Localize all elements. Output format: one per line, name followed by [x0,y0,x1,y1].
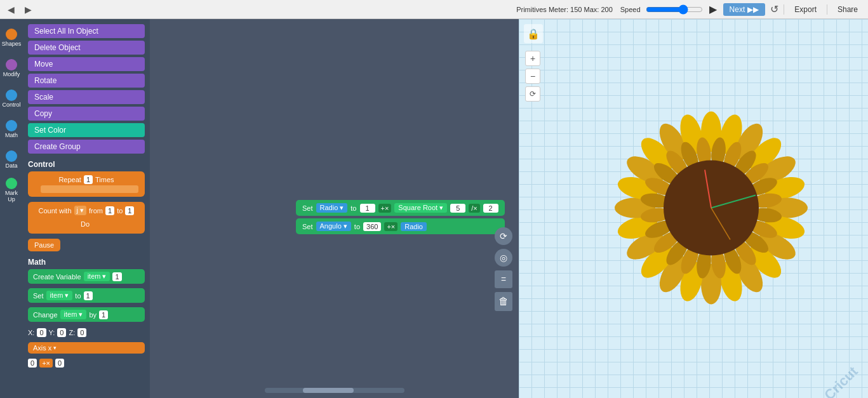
change-var-block: Change item ▾ by 1 [28,307,145,322]
radio-op[interactable]: +× [378,204,392,213]
lock-icon: 🔒 [527,28,540,40]
times-label: Times [95,176,114,183]
set-label: Set [33,292,44,300]
create-var-label: Create Variable [33,273,81,281]
sidebar-item-modify[interactable]: Modify [2,55,21,83]
math-icon [6,120,17,131]
shapes-icon [6,29,17,40]
zoom-in-button[interactable]: + [525,51,540,66]
from-label: from [89,207,103,215]
to-label2: to [354,223,360,230]
right-controls: ⟳ ◎ = 🗑 [495,227,512,311]
sidebar-item-control[interactable]: Control [2,85,21,113]
forward-button[interactable]: ▶ [22,3,34,16]
radio-var[interactable]: Radio ▾ [316,203,348,213]
set-label2: Set [302,223,313,230]
bottom-num2[interactable]: 0 [55,359,64,368]
set-radio-block: Set Radio ▾ to 1 +× Square Root ▾ 5 /× 2 [296,200,505,216]
change-var-badge[interactable]: item ▾ [60,310,87,319]
zoom-rotate-button[interactable]: ⟳ [525,86,540,102]
rotate-button[interactable]: Rotate [28,74,145,88]
back-button[interactable]: ◀ [5,3,17,16]
main-content: Shapes Modify Control Math Data Mark Up … [0,19,868,398]
bottom-num-row: 0 +× 0 [28,359,145,368]
sidebar-item-math[interactable]: Math [2,116,21,143]
axis-button[interactable]: Axis x ▾ [28,342,145,354]
divider2 [827,4,827,15]
angulo-val[interactable]: 360 [363,222,381,231]
data-label: Data [5,163,17,169]
pause-block[interactable]: Pause [28,239,60,251]
axis-label: Axis x [33,344,51,352]
divider1 [784,4,784,15]
sidebar-item-shapes[interactable]: Shapes [2,24,21,52]
share-button[interactable]: Share [832,3,863,16]
set-to-label: to [75,292,81,300]
angulo-result[interactable]: Radio [401,222,427,231]
z-label: Z: [69,329,75,336]
scale-button[interactable]: Scale [28,90,145,104]
canvas-scrollbar-thumb[interactable] [303,388,354,393]
angulo-var[interactable]: Angulo ▾ [316,222,351,231]
math-section-label: Math [28,258,145,267]
reset-button[interactable]: ↺ [770,3,778,15]
right-panel: 🔒 + − ⟳ [519,19,868,398]
delete-object-button[interactable]: Delete Object [28,41,145,55]
sidebar-item-data[interactable]: Data [2,146,21,174]
petals-group [615,111,808,304]
zoom-controls: + − ⟳ [525,51,540,102]
from-num[interactable]: 1 [105,206,114,215]
z-val[interactable]: 0 [77,328,86,337]
panel: Select All In Object Delete Object Move … [23,19,150,398]
zoom-out-button[interactable]: − [525,69,540,84]
run-button[interactable]: ▶ [708,2,718,17]
canvas-area[interactable]: Set Radio ▾ to 1 +× Square Root ▾ 5 /× 2… [150,19,519,398]
ctrl-circle1-button[interactable]: ◎ [495,249,512,267]
repeat-label: Repeat [58,176,81,183]
to-label: to [117,207,123,215]
bottom-num1[interactable]: 0 [28,359,37,368]
left-sidebar: Shapes Modify Control Math Data Mark Up [0,19,23,398]
control-section-label: Control [28,160,145,169]
y-val[interactable]: 0 [57,328,66,337]
ctrl-rotate-button[interactable]: ⟳ [495,227,512,245]
to-num[interactable]: 1 [125,206,134,215]
canvas-scrollbar[interactable] [265,388,404,393]
move-button[interactable]: Move [28,57,145,71]
count-block: Count with j ▾ from 1 to 1 Do [28,202,145,234]
var-name-badge[interactable]: item ▾ [84,272,110,281]
bottom-op[interactable]: +× [39,359,53,368]
xyz-row: X: 0 Y: 0 Z: 0 [28,328,145,337]
x-val[interactable]: 0 [37,328,46,337]
trash-button[interactable]: 🗑 [495,292,512,311]
set-var-block: Set item ▾ to 1 [28,288,145,303]
math-label: Math [5,133,18,139]
sqrt-func[interactable]: Square Root ▾ [394,203,447,213]
repeat-num[interactable]: 1 [84,175,93,184]
set-angulo-block: Set Angulo ▾ to 360 +× Radio [296,218,505,234]
radio-val1[interactable]: 1 [360,204,375,213]
repeat-block: Repeat 1 Times [28,171,145,197]
var-value[interactable]: 1 [112,272,121,281]
export-button[interactable]: Export [789,3,822,16]
div-op[interactable]: /× [469,204,479,213]
axis-arrow: ▾ [53,345,57,351]
ctrl-equals-button[interactable]: = [495,270,512,288]
set-color-button[interactable]: Set Color [28,123,145,137]
div-val[interactable]: 2 [483,204,498,213]
copy-button[interactable]: Copy [28,107,145,121]
next-label: Next [730,5,745,14]
set-var-badge[interactable]: item ▾ [46,291,73,300]
set-val[interactable]: 1 [84,291,93,300]
markup-icon [6,178,17,189]
select-all-button[interactable]: Select All In Object [28,24,145,38]
count-var[interactable]: j ▾ [74,206,87,215]
next-button[interactable]: Next ▶▶ [723,3,766,16]
angulo-op[interactable]: +× [384,222,397,231]
create-group-button[interactable]: Create Group [28,140,145,154]
sidebar-item-markup[interactable]: Mark Up [2,176,21,204]
speed-slider[interactable] [646,4,703,15]
sqrt-val[interactable]: 5 [450,204,465,213]
change-val[interactable]: 1 [99,310,108,319]
lock-icon-area[interactable]: 🔒 [524,24,543,43]
